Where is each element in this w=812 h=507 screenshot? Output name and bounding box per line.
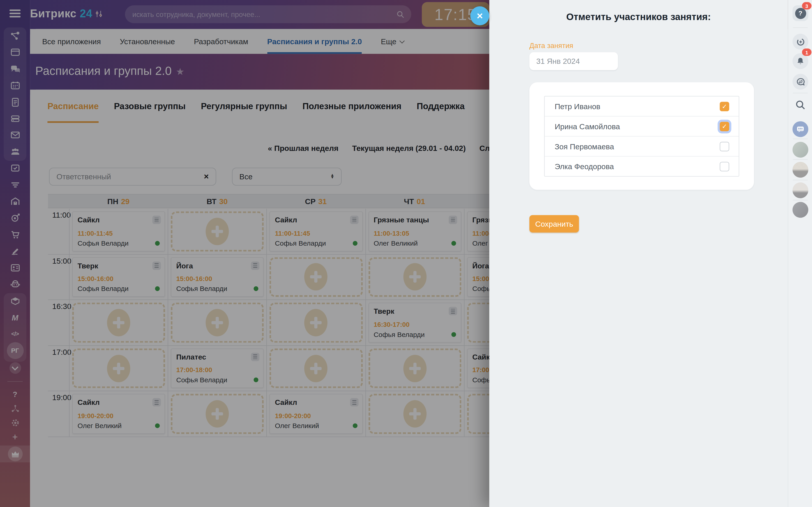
close-panel-button[interactable]: × [470, 6, 489, 25]
user-avatar[interactable] [793, 142, 808, 158]
rail-divider [793, 93, 808, 93]
participant-row[interactable]: Петр Иванов✓ [545, 97, 739, 117]
user-avatar[interactable] [793, 162, 808, 178]
participant-name: Петр Иванов [555, 102, 600, 110]
participants-list: Петр Иванов✓Ирина Самойлова✓Зоя Первомае… [544, 96, 739, 177]
close-icon: × [477, 10, 483, 22]
notifications-badge: 1 [802, 49, 812, 56]
lesson-date-input[interactable] [529, 52, 618, 70]
rail-divider [793, 180, 808, 180]
search-button[interactable] [795, 99, 806, 111]
date-label: Дата занятия [529, 42, 573, 50]
participant-name: Зоя Первомаева [555, 142, 614, 151]
participant-checkbox[interactable] [720, 162, 729, 171]
question-icon: ? [795, 8, 806, 19]
help-badge: 3 [802, 2, 812, 9]
participants-card: Петр Иванов✓Ирина Самойлова✓Зоя Первомае… [529, 82, 754, 190]
group-chat-button[interactable] [793, 121, 808, 137]
rail-divider [793, 27, 808, 28]
participant-checkbox[interactable]: ✓ [720, 122, 729, 131]
panel-title: Отметить участников занятия: [489, 11, 788, 22]
user-avatar[interactable] [793, 182, 808, 198]
rail-divider [793, 200, 808, 200]
copilot-button[interactable] [793, 34, 808, 50]
modal-dim-overlay[interactable] [0, 0, 489, 507]
messenger-button[interactable] [793, 74, 808, 90]
participant-checkbox[interactable]: ✓ [720, 102, 729, 111]
participant-row[interactable]: Ирина Самойлова✓ [545, 117, 739, 137]
participant-row[interactable]: Зоя Первомаева [545, 136, 739, 157]
save-button[interactable]: Сохранить [529, 215, 579, 232]
participant-name: Элка Феодорова [555, 162, 614, 170]
rail-divider [793, 159, 808, 160]
user-avatar[interactable] [793, 202, 808, 218]
participant-name: Ирина Самойлова [555, 122, 620, 130]
participant-row[interactable]: Элка Феодорова [545, 157, 739, 176]
bitrix24-app: M </> РГ ? + Битрикс 24 17:15 Все прилож… [0, 0, 812, 507]
right-sidebar: ? 3 1 [788, 0, 812, 507]
rail-divider [793, 139, 808, 139]
mark-participants-panel: Отметить участников занятия: Дата заняти… [489, 0, 788, 507]
participant-checkbox[interactable] [720, 142, 729, 151]
